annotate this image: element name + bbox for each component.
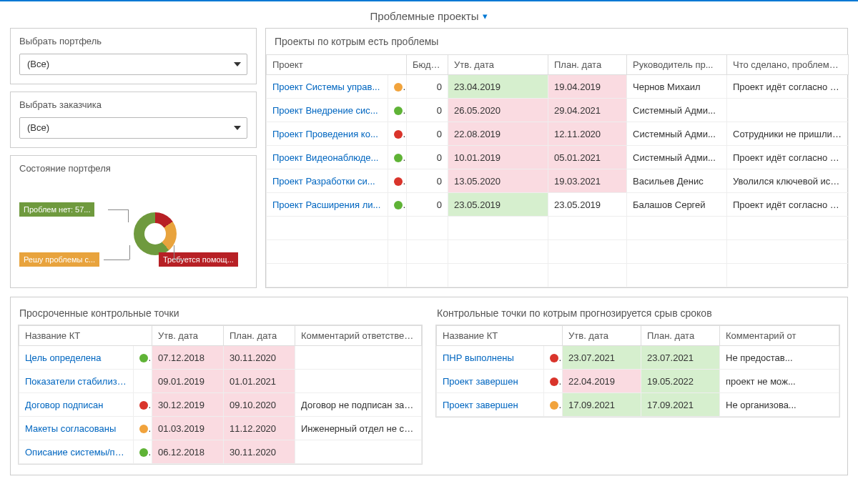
status-cell bbox=[388, 75, 407, 99]
budget-cell: 0 bbox=[407, 122, 448, 146]
col-kt-approved[interactable]: Утв. дата bbox=[152, 326, 224, 346]
note-cell: Проект идёт согласно п... bbox=[727, 75, 849, 99]
table-row-empty bbox=[267, 264, 849, 287]
table-row[interactable]: Проект Видеонаблюде...010.01.201905.01.2… bbox=[267, 146, 849, 169]
portfolio-filter-panel: Выбрать портфель (Все) bbox=[10, 28, 257, 84]
status-dot-icon bbox=[550, 401, 558, 410]
overdue-panel: Просроченные контрольные точки Название … bbox=[18, 307, 423, 465]
project-link[interactable]: Проект Расширения ли... bbox=[267, 193, 388, 217]
table-row[interactable]: Показатели стабилизиро...09.01.201901.01… bbox=[19, 370, 422, 393]
portfolio-donut-chart: Проблем нет: 57... Решу проблемы с... Тр… bbox=[19, 182, 247, 279]
table-row[interactable]: Проект завершен17.09.202117.09.2021Не ор… bbox=[437, 393, 839, 417]
col-planned[interactable]: План. дата bbox=[548, 55, 627, 75]
col-project[interactable]: Проект bbox=[267, 55, 407, 75]
table-row[interactable]: Макеты согласованы01.03.201911.12.2020Ин… bbox=[19, 417, 422, 440]
kt-link[interactable]: ПНР выполнены bbox=[437, 346, 544, 370]
project-link[interactable]: Проект Внедрение сис... bbox=[267, 99, 388, 122]
project-link[interactable]: Проект Разработки си... bbox=[267, 169, 388, 193]
table-row[interactable]: Проект Разработки си...013.05.202019.03.… bbox=[267, 169, 849, 193]
donut-label-will-solve[interactable]: Решу проблемы с... bbox=[19, 252, 99, 267]
status-cell bbox=[134, 440, 152, 464]
col-kt-comment[interactable]: Комментарий ответственного bbox=[295, 326, 422, 346]
comment-cell: проект не мож... bbox=[720, 370, 839, 393]
kt-link[interactable]: Макеты согласованы bbox=[19, 417, 134, 440]
col-risk-name[interactable]: Название КТ bbox=[437, 326, 563, 346]
project-link[interactable]: Проект Системы управ... bbox=[267, 75, 388, 99]
table-row[interactable]: Договор подписан30.12.201909.10.2020Дого… bbox=[19, 393, 422, 417]
approved-cell: 06.12.2018 bbox=[152, 440, 224, 464]
portfolio-select[interactable]: (Все) bbox=[19, 54, 247, 75]
projects-panel: Проекты по котрым есть проблемы Проект Б… bbox=[265, 28, 848, 288]
donut-label-no-problems[interactable]: Проблем нет: 57... bbox=[19, 202, 94, 217]
kt-link[interactable]: Проект завершен bbox=[437, 370, 544, 393]
col-kt-name[interactable]: Название КТ bbox=[19, 326, 152, 346]
approved-cell: 13.05.2020 bbox=[448, 169, 548, 193]
status-dot-icon bbox=[394, 130, 403, 139]
customer-filter-label: Выбрать заказчика bbox=[19, 99, 247, 110]
table-row[interactable]: Проект Проведения ко...022.08.201912.11.… bbox=[267, 122, 849, 146]
planned-cell: 12.11.2020 bbox=[548, 122, 627, 146]
status-dot-icon bbox=[139, 448, 148, 457]
customer-select[interactable]: (Все) bbox=[19, 117, 247, 139]
approved-cell: 09.01.2019 bbox=[152, 370, 224, 393]
project-link[interactable]: Проект Видеонаблюде... bbox=[267, 146, 388, 169]
donut-label-need-help[interactable]: Требуется помощ... bbox=[159, 252, 238, 267]
col-budget[interactable]: Бюдж... bbox=[407, 55, 448, 75]
planned-cell: 19.04.2019 bbox=[548, 75, 627, 99]
planned-cell: 19.05.2022 bbox=[641, 370, 720, 393]
manager-cell: Васильев Денис bbox=[627, 169, 727, 193]
planned-cell: 29.04.2021 bbox=[548, 99, 627, 122]
table-row[interactable]: Описание системы/пр...06.12.201830.11.20… bbox=[19, 440, 422, 464]
col-kt-planned[interactable]: План. дата bbox=[224, 326, 295, 346]
kt-link[interactable]: Проект завершен bbox=[437, 393, 544, 417]
status-dot-icon bbox=[550, 377, 558, 386]
table-row[interactable]: ПНР выполнены23.07.202123.07.2021Не пред… bbox=[437, 346, 839, 370]
budget-cell: 0 bbox=[407, 146, 448, 169]
planned-cell: 01.01.2021 bbox=[224, 370, 295, 393]
risk-title: Контрольные точки по котрым прогнозирует… bbox=[437, 307, 840, 319]
col-risk-planned[interactable]: План. дата bbox=[641, 326, 720, 346]
filter-icon[interactable]: ▾ bbox=[483, 11, 488, 21]
table-row[interactable]: Проект Системы управ...023.04.201919.04.… bbox=[267, 75, 849, 99]
status-cell bbox=[388, 193, 407, 217]
planned-cell: 30.11.2020 bbox=[224, 440, 295, 464]
project-link[interactable]: Проект Проведения ко... bbox=[267, 122, 388, 146]
status-cell bbox=[134, 417, 152, 440]
table-row[interactable]: Проект завершен22.04.201919.05.2022проек… bbox=[437, 370, 839, 393]
kt-link[interactable]: Показатели стабилизиро... bbox=[19, 370, 134, 393]
manager-cell: Балашов Сергей bbox=[627, 193, 727, 217]
kt-link[interactable]: Описание системы/пр... bbox=[19, 440, 134, 464]
projects-table: Проект Бюдж... Утв. дата План. дата Руко… bbox=[266, 54, 849, 287]
col-approved[interactable]: Утв. дата bbox=[448, 55, 548, 75]
approved-cell: 26.05.2020 bbox=[448, 99, 548, 122]
approved-cell: 30.12.2019 bbox=[152, 393, 224, 417]
manager-cell: Системный Адми... bbox=[627, 99, 727, 122]
comment-cell bbox=[295, 346, 422, 370]
col-manager[interactable]: Руководитель пр... bbox=[627, 55, 727, 75]
col-risk-approved[interactable]: Утв. дата bbox=[563, 326, 641, 346]
portfolio-select-value: (Все) bbox=[27, 59, 49, 69]
planned-cell: 19.03.2021 bbox=[548, 169, 627, 193]
approved-cell: 10.01.2019 bbox=[448, 146, 548, 169]
risk-panel: Контрольные точки по котрым прогнозирует… bbox=[435, 307, 840, 465]
dashboard-root: Проблемные проекты ▾ Выбрать портфель (В… bbox=[0, 1, 858, 504]
table-row[interactable]: Цель определена07.12.201830.11.2020 bbox=[19, 346, 422, 370]
overdue-title: Просроченные контрольные точки bbox=[19, 307, 423, 319]
kt-link[interactable]: Договор подписан bbox=[19, 393, 134, 417]
planned-cell: 23.05.2019 bbox=[548, 193, 627, 217]
status-cell bbox=[134, 393, 152, 417]
kt-link[interactable]: Цель определена bbox=[19, 346, 134, 370]
planned-cell: 30.11.2020 bbox=[224, 346, 295, 370]
status-dot-icon bbox=[139, 401, 148, 410]
manager-cell: Системный Адми... bbox=[627, 146, 727, 169]
comment-cell: Не организова... bbox=[720, 393, 839, 417]
table-row[interactable]: Проект Внедрение сис...026.05.202029.04.… bbox=[267, 99, 849, 122]
col-risk-comment[interactable]: Комментарий от bbox=[720, 326, 839, 346]
chevron-down-icon bbox=[234, 62, 241, 66]
planned-cell: 09.10.2020 bbox=[224, 393, 295, 417]
col-note[interactable]: Что сделано, проблемы... bbox=[727, 55, 849, 75]
table-row[interactable]: Проект Расширения ли...023.05.201923.05.… bbox=[267, 193, 849, 217]
approved-cell: 22.08.2019 bbox=[448, 122, 548, 146]
status-dot-icon bbox=[394, 83, 403, 92]
donut-icon bbox=[134, 212, 177, 255]
